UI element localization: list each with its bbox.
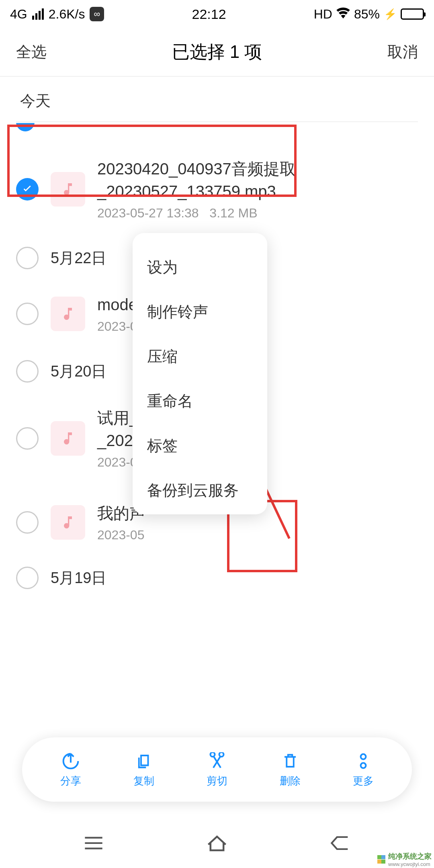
more-button[interactable]: 更多: [353, 751, 374, 788]
music-file-icon: [51, 172, 85, 207]
checkbox-unchecked[interactable]: [16, 247, 39, 269]
status-time: 22:12: [192, 6, 226, 22]
menu-backup[interactable]: 备份到云服务: [133, 468, 267, 513]
checkbox-unchecked[interactable]: [16, 511, 39, 534]
file-meta: 2023-05: [97, 528, 418, 542]
file-name: 20230420_040937音频提取_20230527_133759.mp3: [97, 158, 418, 203]
battery-percent: 85%: [354, 7, 380, 22]
file-row-selected[interactable]: 20230420_040937音频提取_20230527_133759.mp3 …: [0, 139, 434, 239]
share-button[interactable]: 分享: [60, 751, 81, 788]
cancel-button[interactable]: 取消: [387, 42, 418, 62]
battery-icon: [401, 8, 424, 20]
copy-button[interactable]: 复制: [133, 751, 154, 788]
checkbox-unchecked[interactable]: [16, 567, 39, 589]
checkbox-checked[interactable]: [16, 178, 39, 201]
checkbox-unchecked[interactable]: [16, 303, 39, 325]
selection-header: 全选 已选择 1 项 取消: [0, 28, 434, 77]
watermark: 纯净系统之家 www.ycwojtyi.com: [377, 852, 432, 867]
action-toolbar: 分享 复制 剪切 删除 更多: [22, 737, 412, 802]
nav-menu-icon[interactable]: [84, 835, 104, 853]
svg-point-2: [361, 763, 366, 768]
section-today: 今天: [0, 77, 434, 121]
nav-back-icon[interactable]: [330, 835, 350, 853]
checkbox-unchecked[interactable]: [16, 360, 39, 383]
system-nav-bar: [0, 820, 434, 868]
cut-icon: [207, 751, 227, 771]
menu-open-with[interactable]: 打开方式: [133, 513, 267, 514]
nav-home-icon[interactable]: [206, 834, 228, 854]
music-file-icon: [51, 421, 85, 456]
share-icon: [61, 751, 80, 771]
signal-icon: [32, 8, 44, 20]
status-bar: 4G 2.6K/s ∞ 22:12 HD 85% ⚡: [0, 0, 434, 28]
select-all-button[interactable]: 全选: [16, 42, 47, 62]
menu-compress[interactable]: 压缩: [133, 334, 267, 379]
network-speed: 2.6K/s: [49, 7, 85, 22]
more-options-menu: 设为 制作铃声 压缩 重命名 标签 备份到云服务 打开方式: [133, 233, 267, 514]
network-type: 4G: [10, 7, 27, 22]
menu-rename[interactable]: 重命名: [133, 379, 267, 424]
date-row[interactable]: 5月19日: [0, 555, 434, 597]
delete-button[interactable]: 删除: [280, 751, 301, 788]
more-icon: [354, 751, 373, 771]
svg-point-1: [361, 754, 366, 759]
delete-icon: [280, 751, 300, 771]
date-label: 5月22日: [51, 248, 106, 268]
date-label: 5月20日: [51, 361, 106, 382]
file-meta: 2023-05-27 13:38 3.12 MB: [97, 206, 418, 221]
date-label: 5月19日: [51, 568, 106, 588]
cut-button[interactable]: 剪切: [207, 751, 227, 788]
menu-make-ringtone[interactable]: 制作铃声: [133, 290, 267, 334]
music-file-icon: [51, 505, 85, 540]
menu-set-as[interactable]: 设为: [133, 245, 267, 290]
menu-tag[interactable]: 标签: [133, 424, 267, 468]
selection-count-title: 已选择 1 项: [172, 40, 262, 64]
charging-icon: ⚡: [384, 8, 397, 20]
hd-indicator: HD: [314, 7, 332, 22]
app-indicator-icon: ∞: [90, 7, 104, 21]
copy-icon: [134, 751, 154, 771]
checkbox-unchecked[interactable]: [16, 427, 39, 450]
music-file-icon: [51, 297, 85, 331]
wifi-icon: [336, 7, 350, 22]
